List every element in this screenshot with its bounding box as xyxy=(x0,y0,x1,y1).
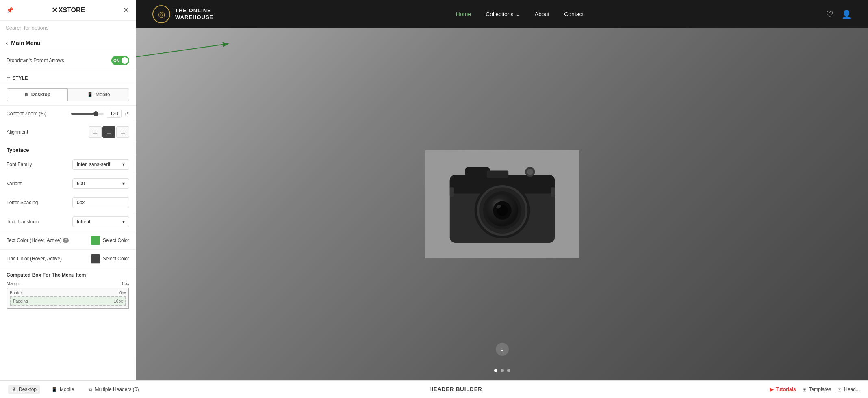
text-transform-row: Text Transform Inherit ▾ xyxy=(0,212,136,231)
text-color-swatch xyxy=(91,236,100,245)
svg-rect-15 xyxy=(449,187,453,197)
letter-spacing-label: Letter Spacing xyxy=(7,200,38,205)
bottom-desktop-icon: 🖥 xyxy=(11,387,16,392)
text-color-info-icon[interactable]: ? xyxy=(63,238,69,243)
align-right-button[interactable]: ☰ xyxy=(116,126,129,138)
alignment-label: Alignment xyxy=(7,129,89,135)
multiple-headers-label: Multiple Headers (0) xyxy=(95,387,139,392)
left-panel: 📌 ✕ XSTORE ✕ ‹ Main Menu Dropd xyxy=(0,0,136,380)
desktop-tab-label: Desktop xyxy=(31,92,50,97)
letter-spacing-row: Letter Spacing 0px xyxy=(0,193,136,212)
hero-dot-3[interactable] xyxy=(507,369,510,372)
collections-dropdown-arrow: ⌄ xyxy=(515,11,520,17)
border-label: Border xyxy=(10,291,22,295)
hero-image xyxy=(136,28,868,380)
logo-circle-icon: ◎ xyxy=(158,9,165,19)
hero-expand-button[interactable]: ⌄ xyxy=(496,343,509,356)
bottom-toolbar: 🖥 Desktop 📱 Mobile ⧉ Multiple Headers (0… xyxy=(0,380,868,398)
toggle-switch[interactable]: ON xyxy=(111,56,129,65)
text-color-hover-label: Text Color (Hover, Active) ? xyxy=(7,238,91,243)
nav-item-home[interactable]: Home xyxy=(456,11,471,17)
variant-row: Variant 600 ▾ xyxy=(0,174,136,193)
zoom-slider-container: 120 ↺ xyxy=(71,110,129,118)
line-color-select-button[interactable]: Select Color xyxy=(91,254,129,264)
site-navigation: Home Collections ⌄ About Contact xyxy=(456,11,584,17)
tutorials-button[interactable]: ▶ Tutorials xyxy=(770,387,796,392)
content-zoom-row: Content Zoom (%) 120 ↺ xyxy=(0,106,136,122)
site-logo: ◎ THE ONLINE WAREHOUSE xyxy=(152,5,213,23)
line-color-hover-row: Line Color (Hover, Active) Select Color xyxy=(0,250,136,268)
style-label: STYLE xyxy=(13,76,28,80)
logo-line2: WAREHOUSE xyxy=(175,14,213,21)
style-section-header: ✏ STYLE xyxy=(0,70,136,84)
mobile-tab[interactable]: 📱 Mobile xyxy=(68,88,129,101)
pencil-icon: ✏ xyxy=(7,75,10,80)
nav-item-about[interactable]: About xyxy=(535,11,550,17)
bottom-right-controls: ▶ Tutorials ⊞ Templates ⊡ Head... xyxy=(770,387,860,392)
head-button[interactable]: ⊡ Head... xyxy=(838,387,860,392)
desktop-tab[interactable]: 🖥 Desktop xyxy=(7,88,68,101)
multiple-headers-button[interactable]: ⧉ Multiple Headers (0) xyxy=(85,385,142,394)
font-family-arrow: ▾ xyxy=(122,162,125,167)
line-color-swatch xyxy=(91,254,100,264)
search-input[interactable] xyxy=(6,25,130,31)
pin-icon[interactable]: 📌 xyxy=(7,7,13,13)
computed-title: Computed Box For The Menu Item xyxy=(7,272,129,278)
bottom-desktop-label: Desktop xyxy=(19,387,37,392)
text-transform-value: Inherit xyxy=(77,219,90,225)
margin-value: 0px xyxy=(122,281,129,286)
collections-label: Collections xyxy=(486,11,513,17)
preview-area: ◎ THE ONLINE WAREHOUSE Home Collections … xyxy=(136,0,868,380)
zoom-slider-thumb[interactable] xyxy=(93,111,98,116)
reset-icon[interactable]: ↺ xyxy=(125,111,129,117)
bottom-mobile-icon: 📱 xyxy=(51,387,57,392)
text-transform-select[interactable]: Inherit ▾ xyxy=(72,216,129,227)
back-button[interactable]: ‹ xyxy=(6,39,8,47)
padding-label: Padding xyxy=(13,299,28,303)
svg-rect-3 xyxy=(465,167,490,180)
padding-value: 10px xyxy=(114,299,123,303)
close-icon[interactable]: ✕ xyxy=(123,6,129,14)
site-header-preview: ◎ THE ONLINE WAREHOUSE Home Collections … xyxy=(136,0,868,28)
nav-item-contact[interactable]: Contact xyxy=(564,11,584,17)
account-icon[interactable]: 👤 xyxy=(842,9,852,19)
typeface-section-label: Typeface xyxy=(0,142,136,155)
tutorials-icon: ▶ xyxy=(770,387,773,392)
box-model: Border 0px Padding 10px xyxy=(7,288,129,309)
nav-item-collections[interactable]: Collections ⌄ xyxy=(486,11,520,17)
align-center-button[interactable]: ☰ xyxy=(102,126,115,138)
align-left-button[interactable]: ☰ xyxy=(89,126,102,138)
toggle-label: Dropdown's Parent Arrows xyxy=(7,58,64,63)
letter-spacing-value: 0px xyxy=(77,200,85,205)
font-family-value: Inter, sans-serif xyxy=(77,162,110,167)
variant-arrow: ▾ xyxy=(122,181,125,186)
bottom-mobile-label: Mobile xyxy=(60,387,74,392)
hero-dot-1[interactable] xyxy=(494,369,497,372)
padding-row: Padding 10px xyxy=(13,299,123,303)
letter-spacing-input[interactable]: 0px xyxy=(72,197,129,208)
text-color-select-label: Select Color xyxy=(103,238,129,243)
font-family-select[interactable]: Inter, sans-serif ▾ xyxy=(72,159,129,170)
line-color-hover-label: Line Color (Hover, Active) xyxy=(7,256,91,262)
alignment-buttons: ☰ ☰ ☰ xyxy=(89,126,129,138)
hero-dot-2[interactable] xyxy=(501,369,504,372)
hero-slide-dots xyxy=(494,369,510,372)
bottom-desktop-button[interactable]: 🖥 Desktop xyxy=(8,385,40,394)
border-row: Border 0px xyxy=(10,291,126,295)
margin-row: Margin 0px xyxy=(7,281,129,286)
main-menu-label: Main Menu xyxy=(11,40,40,46)
head-label: Head... xyxy=(844,387,860,392)
svg-rect-14 xyxy=(487,170,508,178)
bottom-mobile-button[interactable]: 📱 Mobile xyxy=(48,385,77,394)
zoom-value[interactable]: 120 xyxy=(107,110,122,118)
wishlist-icon[interactable]: ♡ xyxy=(826,9,833,19)
content-zoom-label: Content Zoom (%) xyxy=(7,111,71,117)
variant-select[interactable]: 600 ▾ xyxy=(72,178,129,189)
zoom-slider[interactable] xyxy=(71,113,104,115)
toggle-on-label: ON xyxy=(113,58,119,63)
header-builder-label: HEADER BUILDER xyxy=(429,386,482,392)
templates-button[interactable]: ⊞ Templates xyxy=(803,387,831,392)
panel-collapse-button[interactable]: ‹ xyxy=(136,182,136,198)
border-value: 0px xyxy=(119,291,126,295)
text-color-select-button[interactable]: Select Color xyxy=(91,236,129,245)
